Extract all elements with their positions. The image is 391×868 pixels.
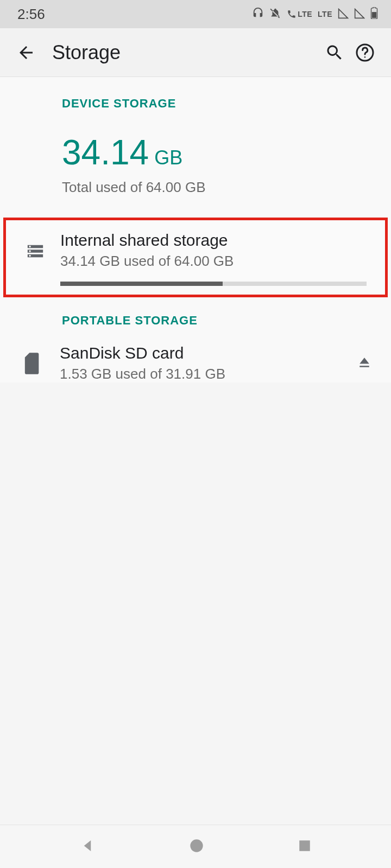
- internal-storage-row[interactable]: Internal shared storage 34.14 GB used of…: [6, 220, 385, 286]
- square-recent-icon: [298, 839, 312, 853]
- status-icons: LTE LTE: [252, 6, 378, 23]
- sd-card-title: SanDisk SD card: [60, 344, 350, 362]
- portable-storage-header: PORTABLE STORAGE: [0, 297, 391, 328]
- sd-card-subtext: 1.53 GB used of 31.91 GB: [60, 366, 350, 382]
- search-icon: [325, 43, 344, 62]
- storage-icon: [16, 231, 55, 260]
- svg-point-2: [364, 56, 365, 58]
- circle-home-icon: [189, 838, 204, 853]
- internal-storage-progress: [60, 282, 367, 286]
- notifications-off-icon: [269, 6, 281, 23]
- nav-recent-button[interactable]: [298, 839, 312, 855]
- internal-storage-subtext: 34.14 GB used of 64.00 GB: [60, 253, 367, 270]
- svg-rect-4: [299, 840, 310, 851]
- used-value: 34.14: [62, 132, 149, 173]
- back-button[interactable]: [11, 37, 41, 68]
- triangle-back-icon: [79, 838, 96, 854]
- app-bar: Storage: [0, 28, 391, 77]
- status-bar: 2:56 LTE LTE: [0, 0, 391, 28]
- storage-summary: 34.14 GB Total used of 64.00 GB: [0, 111, 391, 211]
- svg-rect-0: [372, 12, 376, 18]
- arrow-back-icon: [16, 43, 36, 62]
- status-time: 2:56: [17, 6, 45, 23]
- highlight-annotation: Internal shared storage 34.14 GB used of…: [3, 218, 388, 297]
- search-button[interactable]: [319, 37, 350, 68]
- headphones-icon: [252, 6, 264, 23]
- battery-icon: [370, 6, 378, 23]
- sd-card-icon: [13, 353, 52, 374]
- help-icon: [355, 43, 375, 62]
- svg-point-3: [190, 839, 203, 852]
- content: DEVICE STORAGE 34.14 GB Total used of 64…: [0, 77, 391, 382]
- nav-home-button[interactable]: [189, 838, 204, 856]
- eject-button[interactable]: [350, 354, 373, 373]
- internal-storage-progress-fill: [60, 282, 223, 286]
- signal-icon-1: [338, 6, 349, 23]
- used-subtext: Total used of 64.00 GB: [62, 179, 391, 196]
- eject-icon: [356, 354, 373, 371]
- signal-icon-2: [354, 6, 365, 23]
- help-button[interactable]: [350, 37, 380, 68]
- lte-text-1: LTE: [298, 10, 312, 18]
- nav-back-button[interactable]: [79, 838, 96, 856]
- page-title: Storage: [52, 41, 121, 64]
- internal-storage-title: Internal shared storage: [60, 231, 367, 250]
- volte-icon: LTE: [287, 9, 312, 19]
- navigation-bar: [0, 825, 391, 868]
- device-storage-header: DEVICE STORAGE: [0, 77, 391, 111]
- sd-card-row[interactable]: SanDisk SD card 1.53 GB used of 31.91 GB: [0, 328, 391, 382]
- used-unit: GB: [154, 146, 182, 169]
- lte-text-2: LTE: [318, 10, 332, 18]
